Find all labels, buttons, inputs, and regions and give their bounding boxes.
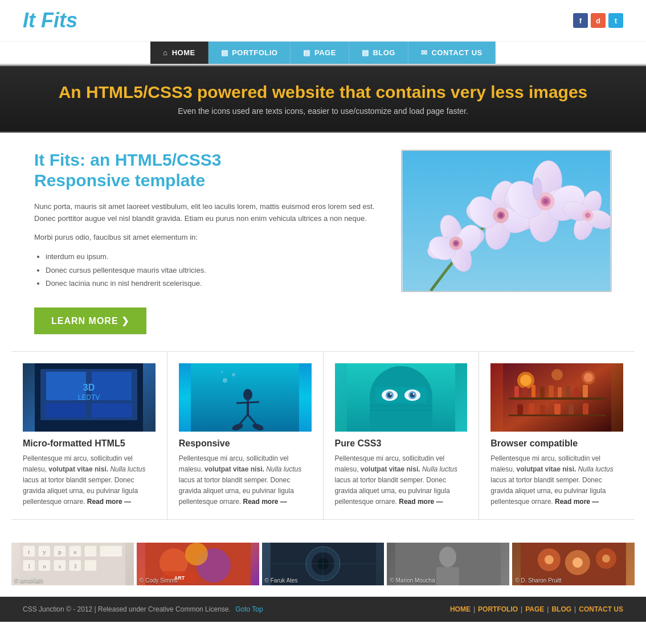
svg-rect-78 [523, 387, 528, 397]
hero-subtext: Even the icons used are texts icons, eas… [23, 106, 623, 116]
footer-nav-blog[interactable]: BLOG [551, 605, 571, 613]
feature-card-html5: 3D LEDTV Micro-formatted HTML5 Pellentes… [11, 352, 167, 519]
feature-body-css3: Pellentesque mi arcu, sollicitudin vel m… [335, 453, 468, 508]
twitter-icon[interactable]: t [608, 13, 623, 28]
feature-card-browser: Browser compatible Pellentesque mi arcu,… [479, 352, 635, 519]
read-more-responsive[interactable]: Read more — [243, 498, 287, 506]
feature-title-css3: Pure CSS3 [335, 438, 468, 449]
feature-title-responsive: Responsive [179, 438, 312, 449]
main-heading-line2: Responsive template [34, 171, 205, 190]
svg-rect-39 [46, 403, 86, 417]
svg-rect-76 [509, 397, 606, 400]
feature-card-responsive: Responsive Pellentesque mi arcu, sollici… [167, 352, 324, 519]
svg-rect-81 [549, 385, 554, 397]
portfolio-caption-4: © Marion Moucha [390, 577, 435, 584]
nav-label-page: PAGE [314, 48, 336, 57]
svg-point-66 [412, 393, 414, 395]
nav-item-contact[interactable]: ✉ CONTACT US [408, 42, 496, 64]
footer: CSS Junction © - 2012 | Released under C… [0, 597, 646, 622]
svg-rect-91 [569, 404, 574, 415]
list-item: Donec cursus pellentesque mauris vitae u… [46, 264, 378, 277]
portfolio-caption-5: © D. Sharon Pruitt [515, 577, 561, 584]
svg-point-72 [520, 375, 531, 386]
nav-label-portfolio: PORTFOLIO [232, 48, 277, 57]
svg-rect-89 [540, 405, 545, 415]
mail-icon: ✉ [421, 48, 428, 57]
svg-text:3D: 3D [83, 383, 95, 392]
digg-icon[interactable]: d [591, 13, 606, 28]
svg-point-49 [243, 389, 252, 400]
feature-card-css3: Pure CSS3 Pellentesque mi arcu, sollicit… [324, 352, 480, 519]
main-nav: ⌂ HOME ▤ PORTFOLIO ▤ PAGE ▤ BLOG ✉ CONTA… [0, 42, 646, 65]
feature-image-ledtv: 3D LEDTV [23, 363, 156, 432]
portfolio-icon: ▤ [221, 48, 228, 57]
goto-top-link[interactable]: Goto Top [235, 605, 263, 613]
footer-nav-home[interactable]: HOME [450, 605, 471, 613]
svg-rect-88 [529, 403, 534, 415]
features-section: 3D LEDTV Micro-formatted HTML5 Pellentes… [11, 351, 635, 520]
footer-nav-contact[interactable]: CONTACT US [579, 605, 623, 613]
svg-rect-90 [554, 404, 561, 415]
hero-banner: An HTML5/CSS3 powered website that conta… [0, 65, 646, 133]
portfolio-thumb-2[interactable]: ART © Cody Simms [137, 543, 259, 585]
svg-rect-92 [583, 403, 588, 415]
list-item: Donec lacinia nunc in nisl hendrerit sce… [46, 277, 378, 290]
svg-rect-82 [558, 387, 562, 397]
footer-nav-portfolio[interactable]: PORTFOLIO [478, 605, 518, 613]
svg-rect-67 [370, 403, 432, 432]
portfolio-caption-3: © Faruk Ates [265, 577, 298, 584]
read-more-css3[interactable]: Read more — [399, 498, 443, 506]
svg-rect-43 [80, 420, 97, 423]
footer-copyright: CSS Junction © - 2012 | Released under C… [23, 605, 263, 613]
facebook-icon[interactable]: f [573, 13, 588, 28]
feature-title-browser: Browser compatible [490, 438, 623, 449]
svg-point-74 [584, 373, 593, 382]
svg-point-75 [551, 369, 563, 380]
learn-more-button[interactable]: LEARN MORE ❯ [34, 307, 146, 334]
portfolio-row: t y p e 1 o s 3 © arnoKath ART [11, 543, 635, 585]
nav-item-page[interactable]: ▤ PAGE [291, 42, 349, 64]
nav-item-blog[interactable]: ▤ BLOG [349, 42, 408, 64]
svg-text:LEDTV: LEDTV [78, 393, 100, 401]
read-more-html5[interactable]: Read more — [87, 498, 131, 506]
svg-point-62 [390, 393, 391, 395]
svg-rect-77 [514, 386, 519, 397]
hero-headline: An HTML5/CSS3 powered website that conta… [23, 83, 623, 102]
hero-image [401, 150, 612, 292]
footer-nav: HOME | PORTFOLIO | PAGE | BLOG | CONTACT… [450, 605, 623, 613]
feature-image-diving [179, 363, 312, 432]
svg-rect-86 [509, 415, 606, 416]
learn-more-label: LEARN MORE ❯ [51, 315, 129, 326]
feature-body-html5: Pellentesque mi arcu, sollicitudin vel m… [23, 453, 156, 508]
portfolio-thumb-1[interactable]: t y p e 1 o s 3 © arnoKath [11, 543, 134, 585]
feature-body-browser: Pellentesque mi arcu, sollicitudin vel m… [490, 453, 623, 508]
portfolio-thumb-4[interactable]: © Marion Moucha [387, 543, 509, 585]
feature-image-bar [490, 363, 623, 432]
nav-label-contact: CONTACT US [431, 48, 482, 57]
page-icon: ▤ [303, 48, 310, 57]
svg-point-47 [232, 373, 235, 376]
portfolio-caption-2: © Cody Simms [140, 577, 178, 584]
main-left: It Fits: an HTML5/CSS3 Responsive templa… [34, 150, 378, 334]
main-paragraph1: Nunc porta, mauris sit amet laoreet vest… [34, 201, 378, 225]
main-heading-line1: It Fits: an HTML5/CSS3 [34, 150, 221, 169]
feature-body-responsive: Pellentesque mi arcu, sollicitudin vel m… [179, 453, 312, 508]
svg-line-51 [236, 402, 259, 403]
svg-rect-83 [566, 386, 570, 397]
nav-item-portfolio[interactable]: ▤ PORTFOLIO [208, 42, 291, 64]
portfolio-caption-1: © arnoKath [14, 577, 43, 584]
feature-title-html5: Micro-formatted HTML5 [23, 438, 156, 449]
main-list: interdum eu ipsum. Donec cursus pellente… [46, 250, 378, 290]
read-more-browser[interactable]: Read more — [555, 498, 599, 506]
nav-label-home: HOME [172, 48, 195, 57]
list-item: interdum eu ipsum. [46, 250, 378, 263]
home-icon: ⌂ [163, 48, 167, 57]
portfolio-thumb-5[interactable]: © D. Sharon Pruitt [512, 543, 635, 585]
blog-icon: ▤ [362, 48, 369, 57]
feature-image-eyes [335, 363, 468, 432]
main-content: It Fits: an HTML5/CSS3 Responsive templa… [0, 133, 646, 351]
footer-nav-page[interactable]: PAGE [525, 605, 544, 613]
nav-item-home[interactable]: ⌂ HOME [150, 42, 208, 64]
nav-label-blog: BLOG [373, 48, 395, 57]
portfolio-thumb-3[interactable]: © Faruk Ates [262, 543, 385, 585]
